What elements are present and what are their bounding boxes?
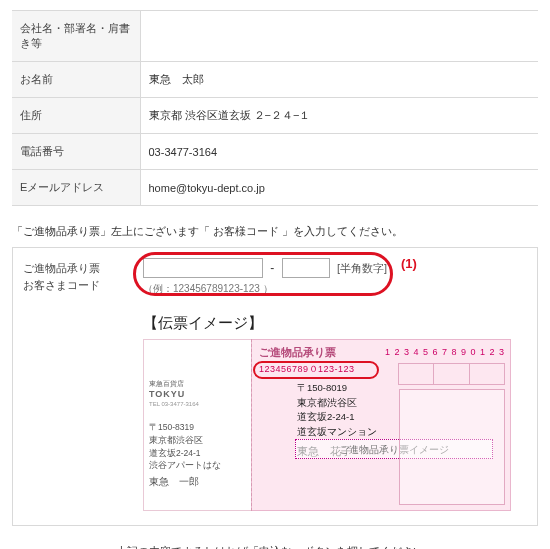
slip-code-sample: 123456789０123-123 bbox=[259, 363, 355, 376]
row-phone-label: 電話番号 bbox=[12, 134, 140, 170]
customer-code-input-2[interactable] bbox=[282, 258, 330, 278]
slip-brand: 東急百貨店 TOKYU TEL 03-3477-3164 bbox=[149, 379, 199, 409]
annotation-1: (1) bbox=[401, 256, 417, 271]
code-separator: - bbox=[266, 261, 278, 275]
slip-sample-image: ご進物品承り票 1 2 3 4 5 6 7 8 9 0 1 2 3 123456… bbox=[143, 339, 511, 511]
row-name-label: お名前 bbox=[12, 62, 140, 98]
row-address-value: 東京都 渋谷区道玄坂 ２−２４−１ bbox=[140, 98, 538, 134]
code-instruction: 「ご進物品承り票」左上にございます「 お客様コード 」を入力してください。 bbox=[12, 224, 538, 239]
confirm-text: 上記の内容でよろしければ「申込む」ボタンを押してください。 bbox=[12, 544, 538, 549]
row-email-label: Eメールアドレス bbox=[12, 170, 140, 206]
row-email-value: home@tokyu-dept.co.jp bbox=[140, 170, 538, 206]
customer-code-box: ご進物品承り票 お客さまコード - [半角数字] （例：123456789123… bbox=[12, 247, 538, 526]
code-format-hint: [半角数字] bbox=[337, 262, 387, 274]
code-label: ご進物品承り票 お客さまコード bbox=[23, 258, 143, 511]
slip-title: ご進物品承り票 bbox=[259, 345, 336, 360]
code-example: （例：123456789123-123 ） bbox=[143, 282, 387, 296]
slip-heading: 【伝票イメージ】 bbox=[143, 314, 527, 333]
row-name-value: 東急 太郎 bbox=[140, 62, 538, 98]
slip-digits: 1 2 3 4 5 6 7 8 9 0 1 2 3 bbox=[385, 347, 505, 357]
slip-sender: 〒150-8319 東京都渋谷区 道玄坂2-24-1 渋谷アパートはな 東急 一… bbox=[149, 421, 221, 489]
row-company-value bbox=[140, 11, 538, 62]
customer-code-input-1[interactable] bbox=[143, 258, 263, 278]
row-company-label: 会社名・部署名・肩書き等 bbox=[12, 11, 140, 62]
row-phone-value: 03-3477-3164 bbox=[140, 134, 538, 170]
customer-info-table: 会社名・部署名・肩書き等 お名前東急 太郎 住所東京都 渋谷区道玄坂 ２−２４−… bbox=[12, 10, 538, 206]
slip-right-grid bbox=[399, 363, 505, 505]
row-address-label: 住所 bbox=[12, 98, 140, 134]
